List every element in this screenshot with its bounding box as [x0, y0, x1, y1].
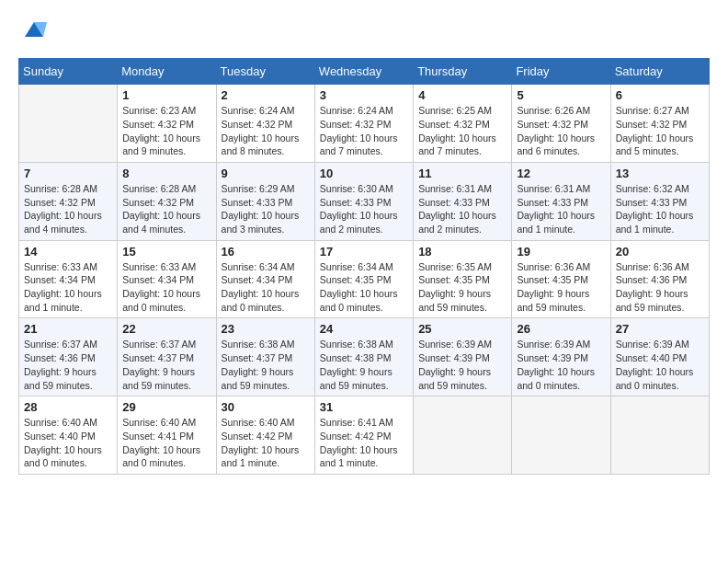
weekday-header-tuesday: Tuesday: [216, 59, 314, 85]
day-info: Sunrise: 6:40 AMSunset: 4:42 PMDaylight:…: [222, 416, 310, 470]
day-number: 6: [616, 88, 704, 102]
logo: [18, 18, 47, 49]
calendar-cell: 3Sunrise: 6:24 AMSunset: 4:32 PMDaylight…: [314, 85, 413, 163]
day-number: 8: [122, 167, 210, 180]
calendar-cell: [414, 396, 512, 475]
day-info: Sunrise: 6:30 AMSunset: 4:33 PMDaylight:…: [320, 182, 408, 236]
day-number: 10: [320, 167, 408, 180]
calendar-cell: 6Sunrise: 6:27 AMSunset: 4:32 PMDaylight…: [610, 85, 709, 163]
day-number: 20: [616, 245, 704, 259]
calendar-cell: 12Sunrise: 6:31 AMSunset: 4:33 PMDayligh…: [512, 162, 610, 240]
day-info: Sunrise: 6:24 AMSunset: 4:32 PMDaylight:…: [320, 104, 408, 158]
day-info: Sunrise: 6:39 AMSunset: 4:39 PMDaylight:…: [418, 338, 506, 392]
calendar-cell: 5Sunrise: 6:26 AMSunset: 4:32 PMDaylight…: [512, 85, 610, 163]
day-number: 9: [222, 167, 310, 180]
calendar-cell: 18Sunrise: 6:35 AMSunset: 4:35 PMDayligh…: [414, 240, 512, 318]
calendar-cell: 20Sunrise: 6:36 AMSunset: 4:36 PMDayligh…: [610, 240, 709, 318]
day-info: Sunrise: 6:31 AMSunset: 4:33 PMDaylight:…: [517, 182, 605, 236]
calendar-cell: 8Sunrise: 6:28 AMSunset: 4:32 PMDaylight…: [118, 162, 216, 240]
day-number: 17: [320, 245, 408, 259]
day-number: 23: [222, 322, 310, 336]
day-info: Sunrise: 6:28 AMSunset: 4:32 PMDaylight:…: [24, 182, 112, 236]
day-info: Sunrise: 6:33 AMSunset: 4:34 PMDaylight:…: [122, 260, 210, 315]
day-number: 7: [24, 167, 112, 180]
calendar-cell: 2Sunrise: 6:24 AMSunset: 4:32 PMDaylight…: [216, 85, 314, 163]
day-info: Sunrise: 6:40 AMSunset: 4:40 PMDaylight:…: [24, 416, 112, 470]
day-number: 29: [122, 400, 210, 414]
week-row-1: 1Sunrise: 6:23 AMSunset: 4:32 PMDaylight…: [19, 85, 710, 163]
day-number: 5: [517, 88, 605, 102]
page-header: [18, 18, 710, 49]
calendar-cell: [19, 85, 118, 163]
day-number: 2: [222, 88, 310, 102]
calendar-cell: 28Sunrise: 6:40 AMSunset: 4:40 PMDayligh…: [19, 396, 118, 475]
day-info: Sunrise: 6:23 AMSunset: 4:32 PMDaylight:…: [122, 104, 210, 158]
week-row-2: 7Sunrise: 6:28 AMSunset: 4:32 PMDaylight…: [19, 162, 710, 240]
day-number: 4: [418, 88, 506, 102]
calendar-cell: 31Sunrise: 6:41 AMSunset: 4:42 PMDayligh…: [314, 396, 413, 475]
weekday-header-monday: Monday: [118, 59, 216, 85]
day-info: Sunrise: 6:37 AMSunset: 4:37 PMDaylight:…: [122, 338, 210, 392]
day-info: Sunrise: 6:34 AMSunset: 4:35 PMDaylight:…: [320, 260, 408, 315]
day-info: Sunrise: 6:25 AMSunset: 4:32 PMDaylight:…: [418, 104, 506, 158]
weekday-header-friday: Friday: [512, 59, 610, 85]
weekday-header-sunday: Sunday: [19, 59, 118, 85]
day-info: Sunrise: 6:27 AMSunset: 4:32 PMDaylight:…: [616, 104, 704, 158]
calendar-cell: 27Sunrise: 6:39 AMSunset: 4:40 PMDayligh…: [610, 318, 709, 396]
calendar-cell: 29Sunrise: 6:40 AMSunset: 4:41 PMDayligh…: [118, 396, 216, 475]
day-number: 13: [616, 167, 704, 180]
day-info: Sunrise: 6:35 AMSunset: 4:35 PMDaylight:…: [418, 260, 506, 315]
calendar-cell: 22Sunrise: 6:37 AMSunset: 4:37 PMDayligh…: [118, 318, 216, 396]
week-row-5: 28Sunrise: 6:40 AMSunset: 4:40 PMDayligh…: [19, 396, 710, 475]
day-info: Sunrise: 6:40 AMSunset: 4:41 PMDaylight:…: [122, 416, 210, 470]
day-info: Sunrise: 6:29 AMSunset: 4:33 PMDaylight:…: [222, 182, 310, 236]
day-info: Sunrise: 6:34 AMSunset: 4:34 PMDaylight:…: [222, 260, 310, 315]
logo-icon: [21, 18, 47, 44]
day-number: 18: [418, 245, 506, 259]
week-row-3: 14Sunrise: 6:33 AMSunset: 4:34 PMDayligh…: [19, 240, 710, 318]
day-info: Sunrise: 6:24 AMSunset: 4:32 PMDaylight:…: [222, 104, 310, 158]
weekday-header-thursday: Thursday: [414, 59, 512, 85]
calendar-table: SundayMondayTuesdayWednesdayThursdayFrid…: [18, 58, 710, 475]
day-number: 25: [418, 322, 506, 336]
calendar-cell: 23Sunrise: 6:38 AMSunset: 4:37 PMDayligh…: [216, 318, 314, 396]
weekday-header-wednesday: Wednesday: [314, 59, 413, 85]
day-info: Sunrise: 6:37 AMSunset: 4:36 PMDaylight:…: [24, 338, 112, 392]
day-info: Sunrise: 6:36 AMSunset: 4:35 PMDaylight:…: [517, 260, 605, 315]
day-number: 22: [122, 322, 210, 336]
calendar-cell: 9Sunrise: 6:29 AMSunset: 4:33 PMDaylight…: [216, 162, 314, 240]
day-number: 28: [24, 400, 112, 414]
weekday-header-row: SundayMondayTuesdayWednesdayThursdayFrid…: [19, 59, 710, 85]
day-number: 27: [616, 322, 704, 336]
day-info: Sunrise: 6:39 AMSunset: 4:40 PMDaylight:…: [616, 338, 704, 392]
weekday-header-saturday: Saturday: [610, 59, 709, 85]
calendar-cell: 19Sunrise: 6:36 AMSunset: 4:35 PMDayligh…: [512, 240, 610, 318]
calendar-cell: 11Sunrise: 6:31 AMSunset: 4:33 PMDayligh…: [414, 162, 512, 240]
calendar-cell: 14Sunrise: 6:33 AMSunset: 4:34 PMDayligh…: [19, 240, 118, 318]
calendar-cell: 4Sunrise: 6:25 AMSunset: 4:32 PMDaylight…: [414, 85, 512, 163]
calendar-cell: 1Sunrise: 6:23 AMSunset: 4:32 PMDaylight…: [118, 85, 216, 163]
calendar-cell: 26Sunrise: 6:39 AMSunset: 4:39 PMDayligh…: [512, 318, 610, 396]
day-number: 26: [517, 322, 605, 336]
day-info: Sunrise: 6:36 AMSunset: 4:36 PMDaylight:…: [616, 260, 704, 315]
day-number: 12: [517, 167, 605, 180]
day-info: Sunrise: 6:32 AMSunset: 4:33 PMDaylight:…: [616, 182, 704, 236]
day-number: 15: [122, 245, 210, 259]
calendar-cell: 25Sunrise: 6:39 AMSunset: 4:39 PMDayligh…: [414, 318, 512, 396]
calendar-cell: 13Sunrise: 6:32 AMSunset: 4:33 PMDayligh…: [610, 162, 709, 240]
day-info: Sunrise: 6:31 AMSunset: 4:33 PMDaylight:…: [418, 182, 506, 236]
day-number: 30: [222, 400, 310, 414]
calendar-cell: [610, 396, 709, 475]
calendar-cell: 15Sunrise: 6:33 AMSunset: 4:34 PMDayligh…: [118, 240, 216, 318]
day-number: 11: [418, 167, 506, 180]
day-number: 16: [222, 245, 310, 259]
day-info: Sunrise: 6:28 AMSunset: 4:32 PMDaylight:…: [122, 182, 210, 236]
day-info: Sunrise: 6:39 AMSunset: 4:39 PMDaylight:…: [517, 338, 605, 392]
day-number: 19: [517, 245, 605, 259]
day-number: 14: [24, 245, 112, 259]
calendar-cell: [512, 396, 610, 475]
calendar-cell: 24Sunrise: 6:38 AMSunset: 4:38 PMDayligh…: [314, 318, 413, 396]
day-number: 1: [122, 88, 210, 102]
calendar-cell: 21Sunrise: 6:37 AMSunset: 4:36 PMDayligh…: [19, 318, 118, 396]
calendar-cell: 16Sunrise: 6:34 AMSunset: 4:34 PMDayligh…: [216, 240, 314, 318]
